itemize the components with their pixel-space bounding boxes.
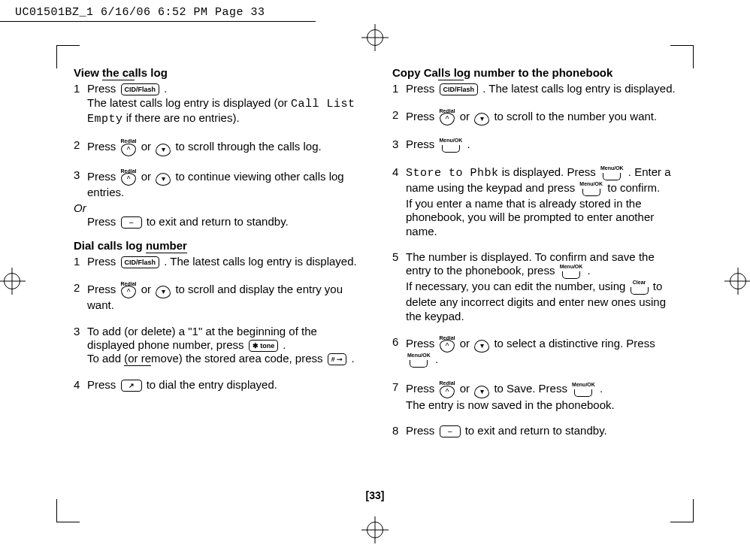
step-num: 6 <box>392 335 406 369</box>
end-key-icon: ⏤ <box>121 216 142 229</box>
text: Press <box>406 424 438 437</box>
text: If necessary, you can edit the number, u… <box>406 280 629 293</box>
page-number: [33] <box>366 489 385 501</box>
text: to Save. Press <box>494 382 570 395</box>
text: . <box>435 353 438 366</box>
text: The latest calls log entry is displayed … <box>87 96 291 109</box>
step-6: 6 Press Redial^ or x▾ to select a distin… <box>392 335 676 369</box>
step-2: 2 Press Redial^ or x▾ to scroll and disp… <box>74 281 358 313</box>
text: or <box>141 169 155 182</box>
redial-key-icon: Redial^ <box>440 335 455 353</box>
text: Press <box>87 169 119 182</box>
redial-key-icon: Redial^ <box>121 168 137 186</box>
step-body: Press CID/Flash . The latest calls log e… <box>87 255 358 268</box>
text: Press <box>87 140 119 153</box>
text: The number is displayed. To confirm and … <box>406 250 655 277</box>
step-body: Press Redial^ or x▾ to scroll to the num… <box>406 108 676 126</box>
text: . <box>600 382 603 395</box>
text: or <box>141 282 155 295</box>
step-5: 5 The number is displayed. To confirm an… <box>392 250 676 323</box>
text: To add (or remove) the stored area code,… <box>87 352 326 365</box>
menu-ok-key-icon: Menu/OK <box>440 138 463 153</box>
text: Press <box>87 378 119 391</box>
registration-mark-top <box>361 24 389 51</box>
step-num: 3 <box>74 168 87 200</box>
step-num: 2 <box>74 281 87 313</box>
step-7: 7 Press Redial^ or x▾ to Save. Press Men… <box>392 380 676 412</box>
step-4: 4 Press ↗ to dial the entry displayed. <box>74 378 358 392</box>
crop-mark-tl <box>56 45 80 68</box>
text: . <box>283 338 286 351</box>
crop-mark-tr <box>670 45 694 68</box>
menu-ok-key-icon: Menu/OK <box>579 181 603 197</box>
step-num: 3 <box>74 325 87 367</box>
heading-dial-calls-log: Dial calls log number <box>74 239 358 253</box>
header-line <box>0 21 316 22</box>
down-key-icon: x▾ <box>474 380 489 398</box>
text: Press <box>87 255 119 268</box>
step-num: 1 <box>74 255 87 268</box>
crop-mark-br <box>670 499 694 522</box>
right-column: Copy Calls log number to the phonebook 1… <box>392 66 676 485</box>
menu-ok-key-icon: Menu/OK <box>407 353 431 368</box>
text: to exit and return to standby. <box>465 424 607 437</box>
text: or <box>460 382 473 395</box>
text: to confirm. <box>607 182 660 195</box>
hash-key-icon: # ⊸ <box>328 353 347 365</box>
step-body: Press Redial^ or x▾ to select a distinct… <box>406 335 676 369</box>
text: to scroll through the calls log. <box>175 140 321 153</box>
step-1: 1 Press CID/Flash . The latest calls log… <box>74 82 358 126</box>
text: If you enter a name that is already stor… <box>406 197 654 238</box>
text: The entry is now saved in the phonebook. <box>406 398 615 411</box>
menu-ok-key-icon: Menu/OK <box>572 382 595 398</box>
text: Press <box>406 109 438 122</box>
text: Press <box>406 82 438 95</box>
step-2: 2 Press Redial^ or x▾ to scroll through … <box>74 138 358 156</box>
registration-mark-bottom <box>361 516 389 543</box>
cid-flash-key-icon: CID/Flash <box>121 256 160 268</box>
step-2: 2 Press Redial^ or x▾ to scroll to the n… <box>392 108 676 126</box>
cid-flash-key-icon: CID/Flash <box>121 83 160 95</box>
redial-key-icon: Redial^ <box>121 138 137 156</box>
step-body: The number is displayed. To confirm and … <box>406 250 676 323</box>
or-label: Or <box>74 201 358 215</box>
talk-key-icon: ↗ <box>121 380 142 392</box>
step-num: 1 <box>74 82 87 126</box>
tone-key-icon: ✱ tone <box>249 340 279 352</box>
step-num: 4 <box>392 165 406 238</box>
text: or <box>460 109 473 122</box>
text: Press <box>406 138 438 151</box>
step-num: 1 <box>392 82 406 95</box>
step-num: 5 <box>392 250 406 323</box>
step-body: Press ⏤ to exit and return to standby. <box>406 424 676 437</box>
step-body: Press CID/Flash . The latest calls log e… <box>87 82 358 126</box>
clear-key-icon: Clear <box>631 280 649 295</box>
down-key-icon: x▾ <box>474 108 489 126</box>
crop-mark-bl <box>56 499 80 522</box>
step-body: To add (or delete) a "1" at the beginnin… <box>87 325 358 367</box>
text: Press <box>87 82 119 95</box>
registration-mark-left <box>0 268 26 295</box>
step-body: Press CID/Flash . The latest calls log e… <box>406 82 676 95</box>
text: . <box>351 352 354 365</box>
step-body: Press Redial^ or x▾ to scroll through th… <box>87 138 358 156</box>
text: . <box>164 82 167 95</box>
text: Press <box>406 337 438 350</box>
text: Press <box>87 282 119 295</box>
down-key-icon: x▾ <box>156 168 171 186</box>
heading-view-calls-log: View the calls log <box>74 66 358 80</box>
print-header: UC01501BZ_1 6/16/06 6:52 PM Page 33 <box>15 6 265 19</box>
redial-key-icon: Redial^ <box>440 108 455 126</box>
text: is displayed. Press <box>499 166 599 179</box>
text: . The latest calls log entry is displaye… <box>164 255 357 268</box>
down-key-icon: x▾ <box>156 138 171 156</box>
step-body: Press Menu/OK . <box>406 138 676 153</box>
step-num: 2 <box>392 108 406 126</box>
end-key-icon: ⏤ <box>440 425 461 437</box>
or-body: Press ⏤ to exit and return to standby. <box>87 215 358 229</box>
step-body: Store to Phbk is displayed. Press Menu/O… <box>406 165 676 238</box>
step-body: Press Redial^ or x▾ to continue viewing … <box>87 168 358 200</box>
menu-ok-key-icon: Menu/OK <box>560 264 583 280</box>
step-body: Press Redial^ or x▾ to scroll and displa… <box>87 281 358 313</box>
text: . <box>467 138 470 151</box>
